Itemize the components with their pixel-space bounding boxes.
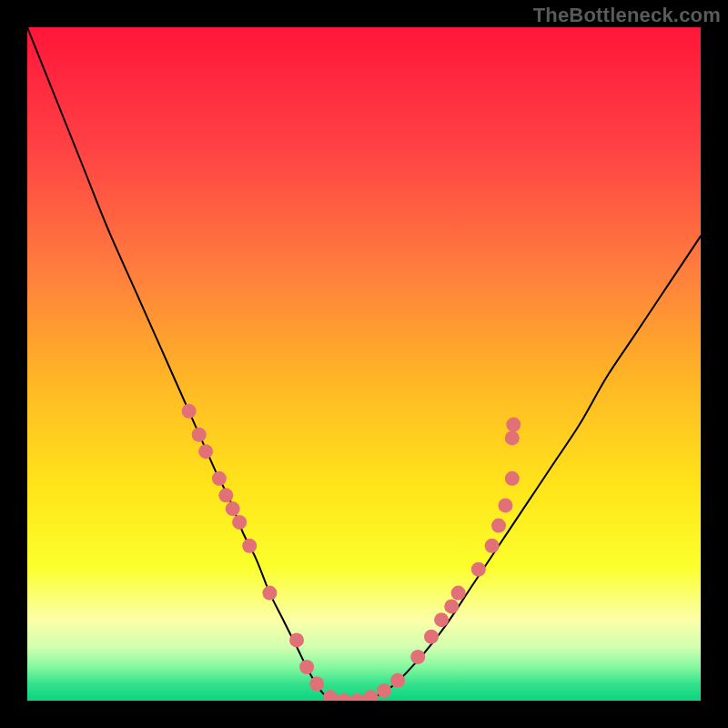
chart-stage: TheBottleneck.com [0, 0, 728, 728]
watermark-text: TheBottleneck.com [533, 4, 721, 27]
data-marker [506, 418, 521, 432]
data-marker [226, 501, 240, 516]
data-marker [262, 586, 277, 601]
data-marker [242, 539, 257, 553]
data-marker [434, 612, 449, 627]
bottleneck-chart-svg [27, 27, 701, 701]
data-marker [444, 599, 459, 613]
data-marker [309, 677, 324, 692]
data-marker [218, 488, 233, 502]
data-marker [377, 683, 391, 698]
data-marker [390, 673, 405, 688]
plot-area [27, 27, 701, 701]
data-marker [424, 630, 439, 644]
data-marker [289, 632, 304, 647]
data-marker [410, 650, 425, 664]
data-marker [491, 519, 506, 533]
chart-background [27, 27, 701, 701]
data-marker [505, 430, 520, 445]
data-marker [485, 539, 500, 553]
data-marker [182, 404, 197, 419]
data-marker [505, 471, 520, 486]
data-marker [232, 515, 247, 530]
data-marker [299, 660, 314, 674]
data-marker [192, 428, 207, 442]
data-marker [451, 586, 466, 601]
data-marker [212, 471, 227, 486]
data-marker [498, 498, 512, 512]
data-marker [471, 562, 486, 577]
data-marker [198, 444, 213, 459]
